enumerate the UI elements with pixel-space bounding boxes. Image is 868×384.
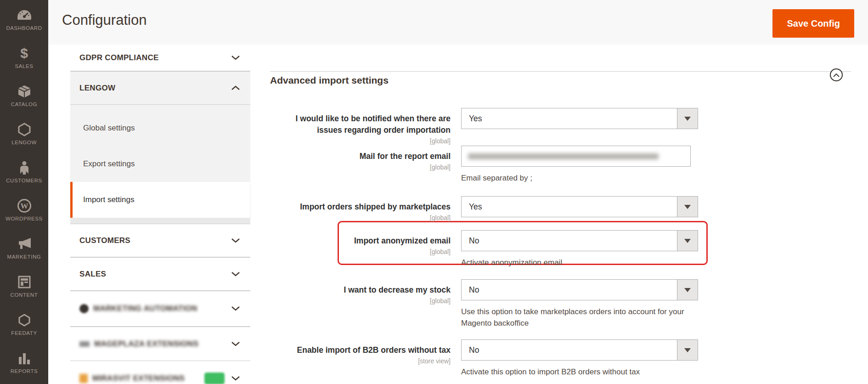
config-nav: GDPR COMPLIANCE LENGOW Global settings E… bbox=[70, 45, 250, 384]
chevron-down-icon bbox=[231, 54, 240, 62]
sidebar-item-label: CUSTOMERS bbox=[6, 178, 42, 183]
dropdown-arrow-icon bbox=[677, 280, 698, 300]
field-label: I would like to be notified when there a… bbox=[286, 113, 451, 136]
nav-section-label: CUSTOMERS bbox=[79, 236, 231, 245]
dropdown-arrow-icon bbox=[677, 340, 698, 360]
notify-issues-select[interactable]: Yes bbox=[461, 108, 698, 129]
sidebar-item-marketing[interactable]: MARKETING bbox=[0, 229, 48, 267]
nav-subitem-export-settings[interactable]: Export settings bbox=[70, 146, 250, 182]
field-label: I want to decrease my stock bbox=[344, 284, 451, 296]
sidebar-item-catalog[interactable]: CATALOG bbox=[0, 76, 48, 114]
catalog-icon bbox=[17, 84, 31, 99]
save-config-button[interactable]: Save Config bbox=[772, 9, 854, 38]
dropdown-arrow-icon bbox=[677, 197, 698, 217]
chevron-down-icon bbox=[231, 305, 240, 313]
chevron-up-icon bbox=[231, 84, 240, 92]
sidebar-item-label: WORDPRESS bbox=[6, 216, 43, 221]
lengow-icon bbox=[18, 122, 31, 137]
decrease-stock-select[interactable]: No bbox=[461, 279, 698, 300]
nav-section-label: LENGOW bbox=[79, 84, 231, 93]
page-header: Configuration Save Config bbox=[48, 0, 868, 45]
field-scope: [global] bbox=[270, 137, 451, 145]
sidebar-item-customers[interactable]: CUSTOMERS bbox=[0, 152, 48, 191]
nav-subitem-import-settings[interactable]: Import settings bbox=[70, 182, 250, 218]
reports-icon bbox=[18, 351, 31, 366]
field-scope: [global] bbox=[270, 297, 451, 305]
field-label: Import orders shipped by marketplaces bbox=[300, 201, 451, 213]
select-value: No bbox=[462, 280, 677, 300]
nav-section-mageplaza-extensions[interactable]: MAGEPLAZA EXTENSIONS bbox=[70, 327, 250, 361]
admin-sidebar: DASHBOARD $ SALES CATALOG LENGOW CUSTOME… bbox=[0, 0, 48, 384]
marketing-automation-icon bbox=[79, 304, 89, 313]
sidebar-item-label: MARKETING bbox=[7, 254, 41, 260]
sidebar-item-feedaty[interactable]: FEEDATY bbox=[0, 305, 48, 343]
collapse-section-button[interactable] bbox=[830, 68, 843, 81]
nav-section-label: SALES bbox=[79, 270, 231, 279]
sidebar-item-label: CONTENT bbox=[11, 292, 38, 298]
mageplaza-icon bbox=[79, 341, 90, 347]
field-note: Email separated by ; bbox=[461, 172, 691, 184]
chevron-up-circle-icon bbox=[833, 71, 840, 79]
nav-section-gdpr-compliance[interactable]: GDPR COMPLIANCE bbox=[70, 45, 250, 71]
sidebar-item-dashboard[interactable]: DASHBOARD bbox=[0, 0, 48, 38]
sidebar-item-label: REPORTS bbox=[11, 368, 38, 374]
nav-section-customers[interactable]: CUSTOMERS bbox=[70, 224, 250, 257]
page-title: Configuration bbox=[62, 12, 147, 28]
marketing-icon bbox=[17, 237, 32, 251]
dashboard-icon bbox=[17, 8, 32, 23]
nav-subitem-label: Export settings bbox=[83, 159, 135, 169]
import-shipped-orders-select[interactable]: Yes bbox=[461, 196, 698, 217]
field-row-notify-issues: I would like to be notified when there a… bbox=[270, 108, 851, 145]
lengow-subsections: Global settings Export settings Import s… bbox=[70, 105, 250, 218]
field-row-import-shipped-orders: Import orders shipped by marketplaces [g… bbox=[270, 196, 851, 221]
field-scope: [global] bbox=[270, 214, 451, 221]
wordpress-icon: W bbox=[17, 198, 32, 213]
sidebar-item-content[interactable]: CONTENT bbox=[0, 267, 48, 305]
advanced-import-settings-section: Advanced import settings I would like to… bbox=[270, 45, 851, 384]
field-note: Activate anonymization email bbox=[461, 257, 698, 268]
feedaty-icon bbox=[18, 313, 30, 328]
select-value: No bbox=[462, 340, 677, 360]
import-anonymized-email-select[interactable]: No bbox=[461, 230, 698, 251]
field-label: Mail for the report email bbox=[360, 151, 451, 162]
nav-section-label-blurred: MARKETING AUTOMATION bbox=[93, 304, 197, 313]
sidebar-item-label: SALES bbox=[15, 63, 33, 69]
sidebar-item-sales[interactable]: $ SALES bbox=[0, 38, 48, 76]
version-badge bbox=[204, 373, 225, 384]
mirasvit-icon bbox=[79, 374, 88, 383]
chevron-down-icon bbox=[231, 237, 240, 245]
chevron-down-icon bbox=[231, 270, 240, 278]
page-body: GDPR COMPLIANCE LENGOW Global settings E… bbox=[48, 45, 868, 384]
report-email-input[interactable] bbox=[461, 146, 691, 167]
sidebar-item-label: DASHBOARD bbox=[6, 25, 42, 31]
select-value: No bbox=[462, 231, 677, 251]
content-icon bbox=[18, 275, 31, 289]
select-value: Yes bbox=[462, 197, 677, 217]
nav-section-lengow[interactable]: LENGOW bbox=[70, 71, 250, 105]
nav-subitem-global-settings[interactable]: Global settings bbox=[70, 110, 250, 146]
nav-section-label-blurred: MIRASVIT EXTENSIONS bbox=[92, 374, 185, 383]
dropdown-arrow-icon bbox=[677, 231, 698, 251]
sidebar-item-lengow[interactable]: LENGOW bbox=[0, 114, 48, 152]
field-scope: [global] bbox=[270, 164, 451, 171]
field-row-decrease-stock: I want to decrease my stock [global] No … bbox=[270, 279, 851, 329]
field-row-report-email: Mail for the report email [global] Email… bbox=[270, 146, 851, 184]
sidebar-item-label: CATALOG bbox=[11, 102, 37, 107]
nav-section-mirasvit-extensions[interactable]: MIRASVIT EXTENSIONS bbox=[70, 361, 250, 384]
sidebar-item-wordpress[interactable]: W WORDPRESS bbox=[0, 191, 48, 229]
nav-section-sales[interactable]: SALES bbox=[70, 257, 250, 291]
field-label: Import anonymized email bbox=[354, 235, 451, 247]
select-value: Yes bbox=[462, 108, 677, 129]
chevron-down-icon bbox=[231, 374, 240, 383]
sidebar-item-label: FEEDATY bbox=[11, 330, 37, 336]
nav-subitem-label: Global settings bbox=[83, 124, 135, 133]
b2b-orders-without-tax-select[interactable]: No bbox=[461, 339, 698, 361]
field-scope: [store view] bbox=[270, 357, 451, 365]
field-note: Activate this option to import B2B order… bbox=[461, 366, 698, 378]
nav-section-label: GDPR COMPLIANCE bbox=[79, 53, 231, 62]
sidebar-item-label: LENGOW bbox=[11, 140, 37, 145]
sidebar-item-reports[interactable]: REPORTS bbox=[0, 343, 48, 381]
nav-shadow-strip bbox=[70, 218, 250, 224]
nav-section-marketing-automation[interactable]: MARKETING AUTOMATION bbox=[70, 291, 250, 327]
svg-text:W: W bbox=[20, 202, 28, 210]
